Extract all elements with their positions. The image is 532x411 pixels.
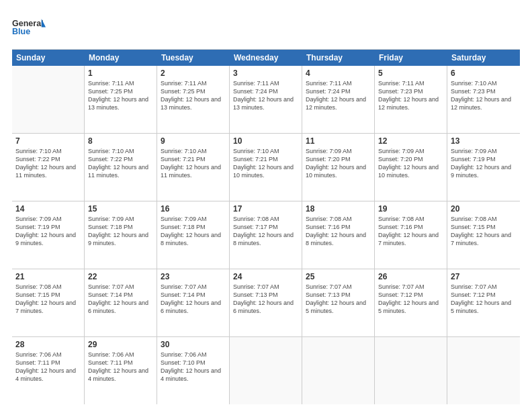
day-number: 1	[88, 68, 153, 78]
calendar-body: 1Sunrise: 7:11 AMSunset: 7:25 PMDaylight…	[12, 66, 520, 404]
cell-info: Sunrise: 7:06 AMSunset: 7:11 PMDaylight:…	[15, 351, 81, 383]
day-number: 4	[306, 68, 371, 78]
cell-info: Sunrise: 7:09 AMSunset: 7:20 PMDaylight:…	[378, 147, 443, 180]
cell-info: Sunrise: 7:07 AMSunset: 7:14 PMDaylight:…	[88, 283, 153, 316]
day-number: 17	[233, 204, 298, 214]
day-number: 9	[161, 136, 226, 146]
cell-info: Sunrise: 7:10 AMSunset: 7:23 PMDaylight:…	[451, 79, 517, 112]
day-number: 23	[161, 272, 226, 281]
calendar-cell-empty	[375, 337, 447, 404]
cell-info: Sunrise: 7:09 AMSunset: 7:19 PMDaylight:…	[451, 147, 517, 180]
cell-info: Sunrise: 7:08 AMSunset: 7:15 PMDaylight:…	[451, 215, 517, 248]
day-number: 20	[451, 204, 517, 214]
weekday-header-tuesday: Tuesday	[157, 50, 230, 66]
day-number: 13	[451, 136, 517, 146]
day-number: 14	[15, 204, 81, 214]
day-number: 3	[233, 68, 298, 78]
cell-info: Sunrise: 7:07 AMSunset: 7:13 PMDaylight:…	[306, 283, 371, 316]
day-number: 29	[88, 340, 153, 349]
day-number: 21	[15, 272, 81, 281]
calendar-row-1: 1Sunrise: 7:11 AMSunset: 7:25 PMDaylight…	[12, 66, 520, 134]
calendar-cell-8: 8Sunrise: 7:10 AMSunset: 7:22 PMDaylight…	[85, 134, 157, 201]
calendar-cell-20: 20Sunrise: 7:08 AMSunset: 7:15 PMDayligh…	[447, 201, 520, 269]
cell-info: Sunrise: 7:08 AMSunset: 7:17 PMDaylight:…	[233, 215, 298, 248]
day-number: 22	[88, 272, 153, 281]
calendar-cell-23: 23Sunrise: 7:07 AMSunset: 7:14 PMDayligh…	[157, 269, 230, 336]
calendar-cell-12: 12Sunrise: 7:09 AMSunset: 7:20 PMDayligh…	[375, 134, 447, 201]
svg-marker-2	[42, 19, 46, 28]
calendar-cell-empty	[447, 337, 520, 404]
cell-info: Sunrise: 7:09 AMSunset: 7:19 PMDaylight:…	[15, 215, 81, 248]
calendar-cell-21: 21Sunrise: 7:08 AMSunset: 7:15 PMDayligh…	[12, 269, 85, 336]
weekday-header-thursday: Thursday	[302, 50, 375, 66]
calendar-cell-17: 17Sunrise: 7:08 AMSunset: 7:17 PMDayligh…	[230, 201, 302, 269]
cell-info: Sunrise: 7:07 AMSunset: 7:13 PMDaylight:…	[233, 283, 298, 316]
cell-info: Sunrise: 7:10 AMSunset: 7:21 PMDaylight:…	[233, 147, 298, 180]
cell-info: Sunrise: 7:10 AMSunset: 7:21 PMDaylight:…	[161, 147, 226, 180]
day-number: 18	[306, 204, 371, 214]
cell-info: Sunrise: 7:08 AMSunset: 7:16 PMDaylight:…	[306, 215, 371, 248]
day-number: 2	[161, 68, 226, 78]
calendar-cell-28: 28Sunrise: 7:06 AMSunset: 7:11 PMDayligh…	[12, 337, 85, 404]
cell-info: Sunrise: 7:07 AMSunset: 7:12 PMDaylight:…	[451, 283, 517, 316]
calendar-cell-14: 14Sunrise: 7:09 AMSunset: 7:19 PMDayligh…	[12, 201, 85, 269]
cell-info: Sunrise: 7:10 AMSunset: 7:22 PMDaylight:…	[15, 147, 81, 180]
calendar-row-2: 7Sunrise: 7:10 AMSunset: 7:22 PMDaylight…	[12, 134, 520, 201]
calendar-row-4: 21Sunrise: 7:08 AMSunset: 7:15 PMDayligh…	[12, 269, 520, 337]
day-number: 24	[233, 272, 298, 281]
cell-info: Sunrise: 7:11 AMSunset: 7:23 PMDaylight:…	[378, 79, 443, 112]
weekday-header-sunday: Sunday	[12, 50, 85, 66]
cell-info: Sunrise: 7:09 AMSunset: 7:20 PMDaylight:…	[306, 147, 371, 180]
calendar-cell-29: 29Sunrise: 7:06 AMSunset: 7:11 PMDayligh…	[85, 337, 157, 404]
calendar-cell-19: 19Sunrise: 7:08 AMSunset: 7:16 PMDayligh…	[375, 201, 447, 269]
calendar-cell-22: 22Sunrise: 7:07 AMSunset: 7:14 PMDayligh…	[85, 269, 157, 336]
calendar-cell-9: 9Sunrise: 7:10 AMSunset: 7:21 PMDaylight…	[157, 134, 230, 201]
calendar-cell-2: 2Sunrise: 7:11 AMSunset: 7:25 PMDaylight…	[157, 66, 230, 133]
calendar: SundayMondayTuesdayWednesdayThursdayFrid…	[12, 49, 520, 404]
calendar-cell-empty	[12, 66, 85, 133]
calendar-cell-24: 24Sunrise: 7:07 AMSunset: 7:13 PMDayligh…	[230, 269, 302, 336]
day-number: 12	[378, 136, 443, 146]
calendar-row-3: 14Sunrise: 7:09 AMSunset: 7:19 PMDayligh…	[12, 201, 520, 269]
calendar-cell-7: 7Sunrise: 7:10 AMSunset: 7:22 PMDaylight…	[12, 134, 85, 201]
logo-svg: General Blue	[12, 12, 46, 42]
day-number: 16	[161, 204, 226, 214]
day-number: 28	[15, 340, 81, 349]
day-number: 5	[378, 68, 443, 78]
day-number: 10	[233, 136, 298, 146]
calendar-cell-27: 27Sunrise: 7:07 AMSunset: 7:12 PMDayligh…	[447, 269, 520, 336]
header: General Blue	[12, 12, 520, 42]
cell-info: Sunrise: 7:10 AMSunset: 7:22 PMDaylight:…	[88, 147, 153, 180]
calendar-cell-13: 13Sunrise: 7:09 AMSunset: 7:19 PMDayligh…	[447, 134, 520, 201]
cell-info: Sunrise: 7:11 AMSunset: 7:24 PMDaylight:…	[306, 79, 371, 112]
calendar-cell-empty	[230, 337, 302, 404]
cell-info: Sunrise: 7:07 AMSunset: 7:14 PMDaylight:…	[161, 283, 226, 316]
calendar-header: SundayMondayTuesdayWednesdayThursdayFrid…	[12, 49, 520, 66]
calendar-cell-10: 10Sunrise: 7:10 AMSunset: 7:21 PMDayligh…	[230, 134, 302, 201]
weekday-header-monday: Monday	[85, 50, 157, 66]
day-number: 25	[306, 272, 371, 281]
calendar-cell-1: 1Sunrise: 7:11 AMSunset: 7:25 PMDaylight…	[85, 66, 157, 133]
calendar-cell-15: 15Sunrise: 7:09 AMSunset: 7:18 PMDayligh…	[85, 201, 157, 269]
day-number: 15	[88, 204, 153, 214]
day-number: 26	[378, 272, 443, 281]
calendar-cell-25: 25Sunrise: 7:07 AMSunset: 7:13 PMDayligh…	[302, 269, 375, 336]
day-number: 7	[15, 136, 81, 146]
logo: General Blue	[12, 12, 46, 42]
day-number: 11	[306, 136, 371, 146]
cell-info: Sunrise: 7:09 AMSunset: 7:18 PMDaylight:…	[88, 215, 153, 248]
weekday-header-saturday: Saturday	[447, 50, 520, 66]
cell-info: Sunrise: 7:09 AMSunset: 7:18 PMDaylight:…	[161, 215, 226, 248]
calendar-cell-4: 4Sunrise: 7:11 AMSunset: 7:24 PMDaylight…	[302, 66, 375, 133]
weekday-header-wednesday: Wednesday	[230, 50, 302, 66]
cell-info: Sunrise: 7:08 AMSunset: 7:16 PMDaylight:…	[378, 215, 443, 248]
calendar-cell-3: 3Sunrise: 7:11 AMSunset: 7:24 PMDaylight…	[230, 66, 302, 133]
svg-text:Blue: Blue	[12, 27, 30, 36]
day-number: 6	[451, 68, 517, 78]
calendar-cell-26: 26Sunrise: 7:07 AMSunset: 7:12 PMDayligh…	[375, 269, 447, 336]
weekday-header-friday: Friday	[375, 50, 447, 66]
cell-info: Sunrise: 7:07 AMSunset: 7:12 PMDaylight:…	[378, 283, 443, 316]
day-number: 19	[378, 204, 443, 214]
calendar-cell-5: 5Sunrise: 7:11 AMSunset: 7:23 PMDaylight…	[375, 66, 447, 133]
calendar-row-5: 28Sunrise: 7:06 AMSunset: 7:11 PMDayligh…	[12, 337, 520, 404]
